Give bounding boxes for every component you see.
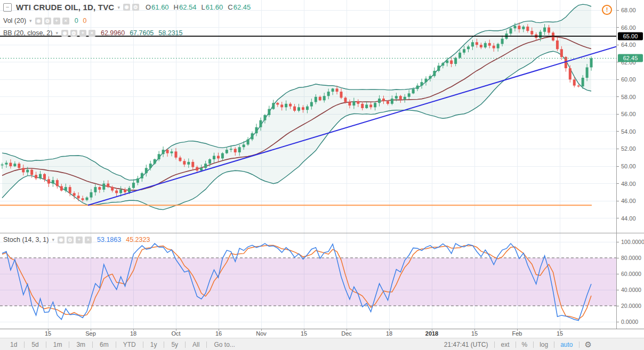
axis-tick xyxy=(617,131,619,132)
price-label-chip: 62.45 xyxy=(618,54,643,62)
settings-icon[interactable]: ⚙ xyxy=(70,30,77,37)
add-icon[interactable]: + xyxy=(53,18,60,25)
warning-icon[interactable]: ! xyxy=(602,5,612,15)
close-icon[interactable]: × xyxy=(85,237,92,243)
axis-tick xyxy=(617,290,619,290)
visibility-icon[interactable]: ◉ xyxy=(58,237,65,243)
range-button-5y[interactable]: 5y xyxy=(164,341,185,348)
bottom-toolbar: 1d5d1m3m6mYTD1y5yAllGo to... 21:47:41 (U… xyxy=(0,338,644,350)
axis-tick-label: 60.0000 xyxy=(621,271,641,277)
low-value: 61.60 xyxy=(206,3,223,11)
bb-basis-value: 62.9960 xyxy=(101,29,125,37)
settings-icon[interactable]: ⚙ xyxy=(44,18,51,25)
axis-tick-label: 44.00 xyxy=(621,215,636,222)
gear-icon[interactable]: ⚙ xyxy=(579,340,597,349)
collapse-pane-icon[interactable]: − xyxy=(3,3,12,12)
axis-tick xyxy=(617,258,619,258)
time-axis-label: Oct xyxy=(171,330,180,337)
trendline[interactable] xyxy=(88,46,616,205)
bb-upper-value: 67.7605 xyxy=(130,29,154,37)
open-label: O xyxy=(146,3,151,11)
stoch-overbought-oversold-band xyxy=(0,258,616,306)
bollinger-indicator-label[interactable]: BB (20, close, 2) xyxy=(3,29,52,37)
goto-button[interactable]: Go to... xyxy=(207,341,241,348)
range-button-1m[interactable]: 1m xyxy=(46,341,69,348)
volume-legend: Vol (20) ▾ ◉ ⚙ + × 0 0 xyxy=(3,17,87,25)
settings-icon[interactable]: ⚙ xyxy=(132,4,139,11)
visibility-icon[interactable]: ◉ xyxy=(35,18,42,25)
stoch-d-value: 45.2323 xyxy=(126,236,150,243)
volume-value-2: 0 xyxy=(83,17,87,25)
high-value: 62.54 xyxy=(179,3,197,11)
chevron-down-icon[interactable]: ▾ xyxy=(29,18,32,23)
add-icon[interactable]: + xyxy=(76,237,83,243)
chart-canvas[interactable] xyxy=(0,0,616,329)
chart-area[interactable]: − WTI CRUDE OIL, 1D, TVC ▾ ◉ ⚙ O61.60 H6… xyxy=(0,0,616,329)
range-button-6m[interactable]: 6m xyxy=(93,341,116,348)
chevron-down-icon[interactable]: ▾ xyxy=(117,5,120,10)
price-axis[interactable]: 68.0066.0064.0062.0060.0058.0056.0054.00… xyxy=(616,0,644,329)
range-button-All[interactable]: All xyxy=(186,341,206,348)
auto-scale-button[interactable]: auto xyxy=(554,341,578,348)
time-axis-label: Feb xyxy=(512,330,522,337)
axis-tick xyxy=(617,183,619,184)
volume-value-1: 0 xyxy=(75,17,78,25)
axis-tick xyxy=(617,45,619,45)
symbol-legend: − WTI CRUDE OIL, 1D, TVC ▾ ◉ ⚙ O61.60 H6… xyxy=(3,3,251,12)
visibility-icon[interactable]: ◉ xyxy=(123,4,130,11)
axis-tick-label: 48.00 xyxy=(621,181,636,187)
range-button-1d[interactable]: 1d xyxy=(3,341,24,348)
range-button-5d[interactable]: 5d xyxy=(25,341,45,348)
time-axis-label: 2018 xyxy=(425,330,438,337)
axis-tick xyxy=(617,322,619,322)
bollinger-legend: BB (20, close, 2) ▾ ◉ ⚙ + × 62.9960 67.7… xyxy=(3,29,183,37)
axis-tick-label: 58.00 xyxy=(621,94,636,100)
range-button-3m[interactable]: 3m xyxy=(69,341,92,348)
axis-tick xyxy=(617,27,619,28)
open-value: 61.60 xyxy=(151,3,169,11)
time-axis-label: 18 xyxy=(386,330,392,337)
close-label: C xyxy=(228,3,232,11)
time-axis-label: Dec xyxy=(341,330,352,337)
axis-tick xyxy=(617,274,619,274)
time-axis-label: 16 xyxy=(215,330,222,337)
axis-tick xyxy=(617,149,619,149)
axis-tick-label: 20.0000 xyxy=(621,303,641,309)
axis-tick-label: 52.00 xyxy=(621,145,636,152)
axis-tick-label: 68.00 xyxy=(621,7,636,13)
settings-icon[interactable]: ⚙ xyxy=(67,237,74,243)
add-icon[interactable]: + xyxy=(79,30,86,37)
bb-lower-value: 58.2315 xyxy=(158,29,182,37)
stochastic-legend: Stoch (14, 3, 1) ▾ ◉ ⚙ + × 53.1863 45.23… xyxy=(3,236,150,243)
symbol-title[interactable]: WTI CRUDE OIL, 1D, TVC xyxy=(16,3,114,12)
low-label: L xyxy=(202,3,205,11)
visibility-icon[interactable]: ◉ xyxy=(61,30,68,37)
chevron-down-icon[interactable]: ▾ xyxy=(52,237,54,242)
axis-tick xyxy=(617,166,619,167)
axis-tick-label: 64.00 xyxy=(621,42,636,48)
axis-tick xyxy=(617,79,619,80)
close-icon[interactable]: × xyxy=(88,30,95,37)
axis-tick-label: 46.00 xyxy=(621,198,636,204)
volume-indicator-label[interactable]: Vol (20) xyxy=(3,17,26,25)
time-axis-label: 18 xyxy=(130,330,136,337)
axis-tick-label: 66.00 xyxy=(621,25,636,31)
chevron-down-icon[interactable]: ▾ xyxy=(55,30,58,36)
range-button-1y[interactable]: 1y xyxy=(143,341,164,348)
range-button-YTD[interactable]: YTD xyxy=(116,341,143,348)
axis-tick xyxy=(617,242,619,242)
axis-pane-divider xyxy=(617,233,644,233)
extended-hours-button[interactable]: ext xyxy=(495,341,515,348)
price-label-chip: 65.00 xyxy=(618,32,643,40)
close-value: 62.45 xyxy=(234,3,251,11)
time-axis[interactable]: 15Sep18Oct16Nov15Dec18201815Feb15 xyxy=(0,329,644,338)
time-axis-label: 15 xyxy=(471,330,478,337)
close-icon[interactable]: × xyxy=(62,18,69,25)
time-axis-label: Sep xyxy=(85,330,96,337)
percent-scale-button[interactable]: % xyxy=(516,341,534,348)
axis-tick-label: 54.00 xyxy=(621,128,636,135)
clock-label[interactable]: 21:47:41 (UTC) xyxy=(438,341,495,348)
log-scale-button[interactable]: log xyxy=(534,341,554,348)
stoch-indicator-label[interactable]: Stoch (14, 3, 1) xyxy=(3,236,49,243)
axis-tick-label: 40.0000 xyxy=(621,287,641,293)
